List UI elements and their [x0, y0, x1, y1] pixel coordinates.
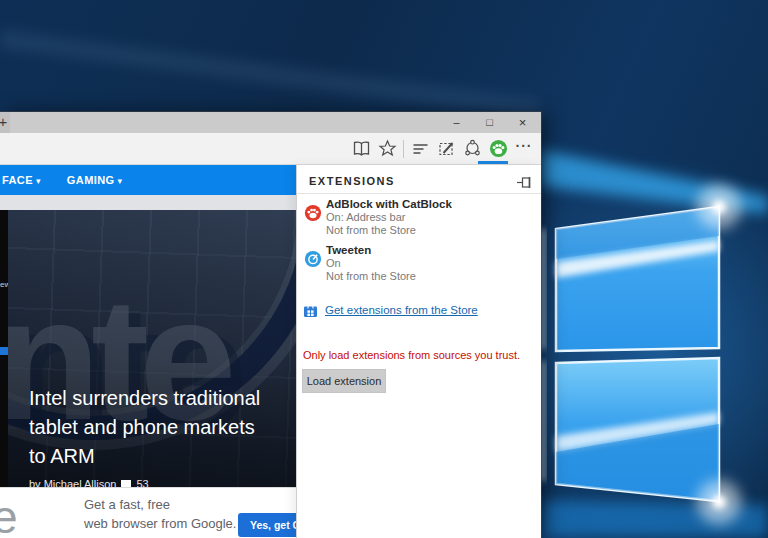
extension-item-tweeten[interactable]: Tweeten On Not from the Store [297, 244, 541, 284]
titlebar: + – □ × [0, 112, 541, 133]
comments-icon [120, 479, 132, 488]
get-chrome-button[interactable]: Yes, get C [238, 513, 296, 537]
hub-icon[interactable] [407, 136, 433, 162]
screen: + – □ × [0, 0, 768, 538]
toolbar-separator [403, 140, 404, 158]
window-controls: – □ × [440, 112, 539, 133]
adblock-extension-icon[interactable] [485, 136, 511, 162]
nav-item-surface[interactable]: FACE▾ [2, 174, 41, 186]
article-hero[interactable]: nte Intel surrenders traditional tablet … [8, 210, 296, 487]
close-button[interactable]: × [506, 112, 539, 133]
minimize-button[interactable]: – [440, 112, 473, 133]
edge-browser-window: + – □ × [0, 112, 541, 538]
page-side-fragment: ew [0, 210, 8, 487]
maximize-button[interactable]: □ [473, 112, 506, 133]
browser-toolbar: ··· [0, 133, 541, 165]
share-icon[interactable] [459, 136, 485, 162]
article-byline: by Michael Allison 53 [29, 478, 260, 487]
banner-text: Get a fast, free web browser from Google… [84, 495, 236, 533]
favorites-star-icon[interactable] [374, 136, 400, 162]
get-extensions-row: Get extensions from the Store [297, 301, 541, 321]
extension-status: On [326, 257, 341, 269]
side-fragment-text: ew [0, 280, 8, 289]
toolbar-icons: ··· [348, 133, 537, 164]
article-text-block: Intel surrenders traditional tablet and … [29, 384, 260, 487]
more-actions-button[interactable]: ··· [511, 136, 537, 162]
banner-letter-fragment: e [0, 490, 18, 538]
extensions-panel: EXTENSIONS [296, 165, 541, 538]
chevron-down-icon: ▾ [117, 176, 122, 186]
article-headline[interactable]: Intel surrenders traditional tablet and … [29, 384, 260, 471]
panel-title: EXTENSIONS [309, 175, 395, 187]
nav-item-gaming[interactable]: GAMING▾ [67, 174, 123, 186]
active-panel-underline [478, 161, 508, 164]
tweeten-icon [304, 250, 322, 268]
side-fragment-blue [0, 347, 8, 355]
extension-item-adblock[interactable]: AdBlock with CatBlock On: Address bar No… [297, 198, 541, 238]
reading-view-icon[interactable] [348, 136, 374, 162]
web-note-icon[interactable] [433, 136, 459, 162]
get-extensions-store-link[interactable]: Get extensions from the Store [325, 304, 478, 316]
extension-source: Not from the Store [326, 270, 416, 282]
comments-count: 53 [136, 478, 148, 487]
page-nav-bar: FACE▾ GAMING▾ [0, 165, 296, 195]
extension-status: On: Address bar [326, 211, 406, 223]
load-extension-button[interactable]: Load extension [302, 369, 386, 393]
panel-divider [297, 193, 541, 194]
extension-source: Not from the Store [326, 224, 416, 236]
adblock-catblock-icon [304, 204, 322, 222]
pin-panel-icon[interactable] [516, 176, 532, 189]
new-tab-button[interactable]: + [0, 112, 10, 133]
page-background-strip [0, 195, 296, 210]
store-icon [303, 303, 318, 322]
chevron-down-icon: ▾ [36, 176, 41, 186]
load-extension-warning: Only load extensions from sources you tr… [303, 349, 520, 361]
google-banner: e Get a fast, free web browser from Goog… [0, 487, 296, 538]
